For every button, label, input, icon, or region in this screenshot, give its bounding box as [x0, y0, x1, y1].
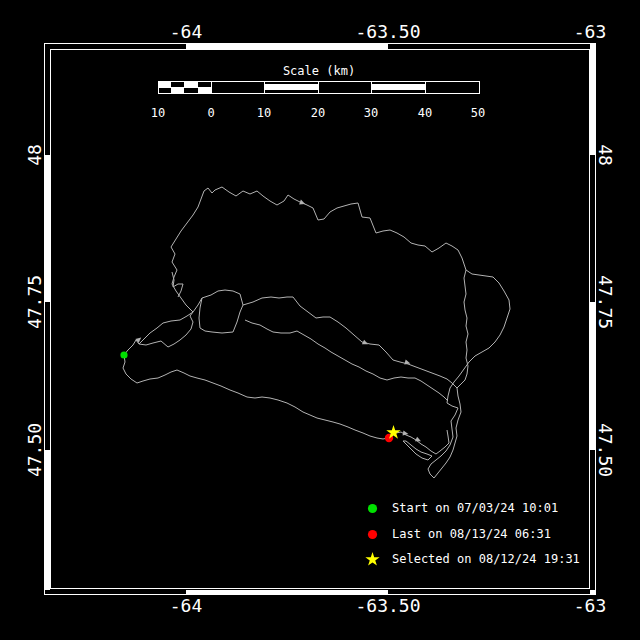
scale-tick-label: 40: [418, 107, 432, 119]
bottom-axis-label: -63: [574, 597, 607, 615]
scale-bar: [158, 81, 480, 94]
track-segment: [391, 430, 449, 454]
legend-item-selected: Selected on 08/12/24 19:31: [364, 551, 580, 568]
track-segment: [124, 188, 215, 355]
scale-bar-title: Scale (km): [283, 65, 355, 77]
track-segment: [199, 290, 243, 333]
drift-track: [123, 187, 510, 478]
top-axis-label: -64: [170, 23, 203, 41]
direction-arrow-icon: [299, 200, 306, 207]
bottom-axis-label: -64: [170, 597, 203, 615]
scale-tick-label: 20: [311, 107, 325, 119]
scale-tick-label: 50: [471, 107, 485, 119]
right-axis-label: 47.50: [596, 423, 614, 477]
left-axis-label: 48: [26, 144, 44, 166]
track-segment: [243, 297, 457, 388]
start-dot-icon: [364, 500, 381, 517]
legend-item-last: Last on 08/13/24 06:31: [364, 526, 551, 543]
legend-label-selected: Selected on 08/12/24 19:31: [392, 551, 580, 568]
scale-tick-label: 10: [151, 107, 165, 119]
top-axis-label: -63.50: [355, 23, 420, 41]
legend-label-last: Last on 08/13/24 06:31: [392, 526, 551, 543]
selected-star-icon: [364, 551, 381, 568]
scale-tick-label: 10: [257, 107, 271, 119]
track-segment: [403, 441, 432, 460]
left-axis-label: 47.50: [26, 423, 44, 477]
top-axis-label: -63: [574, 23, 607, 41]
legend-item-start: Start on 07/03/24 10:01: [364, 500, 558, 517]
scale-tick-label: 30: [364, 107, 378, 119]
right-axis-label: 48: [596, 144, 614, 166]
last-dot-icon: [364, 526, 381, 543]
track-segment: [245, 320, 448, 401]
plot-canvas: [0, 0, 640, 640]
left-axis-label: 47.75: [26, 275, 44, 329]
start-marker: [120, 351, 127, 358]
drift-track-map-figure: -64 -63.50 -63 -64 -63.50 -63 48 47.75 4…: [0, 0, 640, 640]
right-axis-label: 47.75: [596, 275, 614, 329]
legend-label-start: Start on 07/03/24 10:01: [392, 500, 558, 517]
track-segment: [123, 355, 388, 439]
scale-tick-label: 0: [207, 107, 214, 119]
bottom-axis-label: -63.50: [355, 597, 420, 615]
